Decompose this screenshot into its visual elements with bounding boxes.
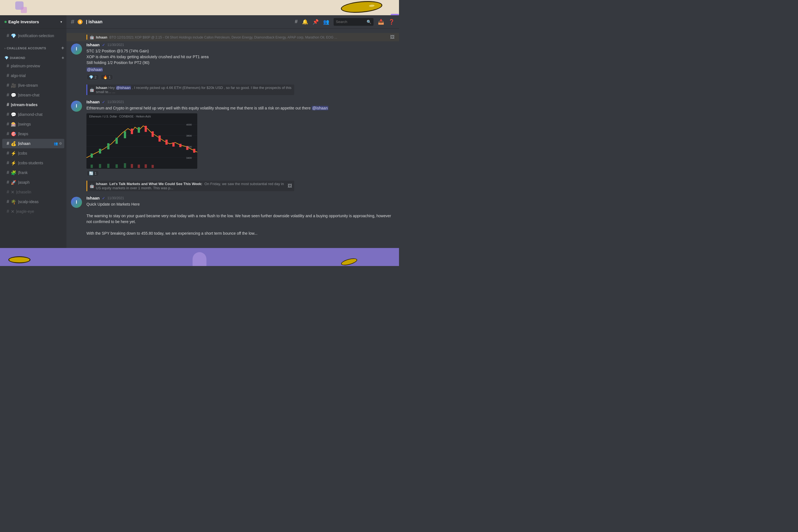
message-author: Ishaan — [87, 42, 100, 47]
reactions: 💎 2 🔥 1 — [87, 74, 395, 80]
puzzle-emoji: 🧩 — [11, 170, 16, 175]
hash-icon: # — [7, 151, 9, 156]
sidebar-item-stream-trades[interactable]: # |stream-trades — [2, 100, 64, 110]
user-avatar: I — [71, 43, 82, 55]
sidebar-item-live-stream[interactable]: # 🎥 |live-stream — [2, 81, 64, 90]
lightning-emoji: ⚡ — [11, 151, 16, 156]
chevron-down-icon: ▾ — [60, 20, 62, 24]
svg-rect-12 — [145, 126, 147, 132]
channel-name: |eagle-eye — [16, 209, 62, 214]
sidebar-item-leaps[interactable]: # 🎯 |leaps — [2, 129, 64, 138]
hash-icon: # — [7, 141, 9, 146]
settings-icon[interactable]: ⚙ — [59, 141, 62, 146]
embed-preview-text: Ishaan Hey @ishaan , I recently picked u… — [96, 86, 292, 94]
message-meta-4: Ishaan ✓ 11/30/2021 — [87, 196, 395, 200]
sidebar-item-platinum-preview[interactable]: # platinum-preview — [2, 61, 64, 71]
top-banner — [0, 0, 399, 15]
help-icon[interactable]: ❓ — [388, 19, 395, 25]
header-actions: # 🔔 📌 👥 🔍 📥 ❓ — [295, 18, 395, 26]
svg-rect-5 — [91, 153, 93, 158]
svg-text:Ethereum / U.S. Dollar · COINB: Ethereum / U.S. Dollar · COINBASE · Heik… — [89, 115, 151, 118]
reaction-count: 2 — [94, 75, 96, 79]
embed-preview-text-2: Ishaan Let's Talk Markets and What We Co… — [96, 182, 286, 190]
message-text-3: Ethtereum and Crypto in general held up … — [87, 105, 395, 111]
channel-name: |asaph — [18, 180, 62, 185]
online-indicator — [4, 21, 7, 23]
svg-rect-13 — [152, 131, 154, 137]
channel-actions: 👥 ⚙ — [54, 141, 62, 146]
sidebar-item-stream-chat[interactable]: # 💬 |stream-chat — [2, 90, 64, 100]
message-timestamp-4: 11/30/2021 — [108, 196, 124, 200]
reaction-emoji: 🔥 — [103, 75, 108, 79]
hash-icon: # — [7, 63, 9, 69]
reaction-fire[interactable]: 🔥 1 — [100, 74, 113, 80]
hash-icon: # — [7, 73, 9, 78]
svg-rect-22 — [107, 164, 110, 168]
sidebar-item-diamond-chat[interactable]: # 💬 |diamond-chat — [2, 110, 64, 119]
sidebar-item-cobs-students[interactable]: # ⚡ |cobs-students — [2, 158, 64, 168]
members-icon[interactable]: 👥 — [323, 19, 329, 25]
sidebar-item-asaph[interactable]: # 🚀 |asaph — [2, 177, 64, 187]
svg-rect-20 — [91, 165, 93, 168]
message-timestamp: 11/30/2021 — [108, 43, 124, 47]
notifications-icon[interactable]: 🔔 — [302, 19, 308, 25]
message-content: Ishaan ✓ 11/30/2021 STC 1/2 Position @3.… — [87, 42, 395, 80]
hash-icon: # — [7, 170, 9, 175]
inbox-icon[interactable]: 📥 — [378, 19, 384, 25]
sidebar-item-chaselin[interactable]: # ✕ |chaselin — [2, 187, 64, 197]
section-challenge-accounts[interactable]: › CHALLENGE ACCOUNTS + — [0, 41, 66, 52]
reaction-emoji: 🔄 — [89, 171, 93, 175]
palm-emoji: 🌴 — [11, 199, 16, 205]
decorative-coin-right-2 — [340, 257, 358, 266]
sidebar-item-eagle-eye[interactable]: # ✕ |eagle-eye — [2, 207, 64, 216]
reaction-diamond[interactable]: 💎 2 — [87, 74, 99, 80]
server-name: Eagle Investors — [4, 19, 39, 24]
hash-icon: # — [7, 112, 9, 117]
pinned-icon[interactable]: 📌 — [312, 19, 319, 25]
sidebar-item-cobs[interactable]: # ⚡ |cobs — [2, 149, 64, 158]
reaction-count: 1 — [94, 171, 96, 175]
sub-section-diamond: 💎 DIAMOND + — [0, 52, 66, 61]
sidebar-item-swings[interactable]: # 🎰 |swings — [2, 119, 64, 129]
search-box[interactable]: 🔍 — [334, 18, 374, 26]
sidebar-item-ishaan[interactable]: # 💰 |ishaan 👥 ⚙ — [2, 139, 64, 148]
sub-section-add-button[interactable]: + — [61, 55, 64, 60]
message-group-4: 🤖 Ishaan Let's Talk Markets and What We … — [66, 177, 399, 194]
image-expand-icon[interactable]: 🖼 — [390, 35, 395, 40]
server-header[interactable]: Eagle Investors ▾ — [0, 15, 66, 28]
avatar-image-3: I — [71, 197, 82, 208]
svg-text:4000: 4000 — [186, 123, 192, 126]
members-icon[interactable]: 👥 — [54, 141, 58, 146]
threads-icon[interactable]: # — [295, 19, 298, 25]
channel-name: |live-stream — [18, 83, 62, 88]
hash-icon: # — [7, 122, 9, 127]
bot-icon: 🤖 — [90, 35, 94, 39]
svg-text:3400: 3400 — [186, 156, 192, 159]
reactions-3: 🔄 1 — [87, 170, 395, 176]
sidebar-item-frank[interactable]: # 🧩 |frank — [2, 168, 64, 177]
svg-rect-26 — [138, 165, 140, 168]
message-group-4b: I Ishaan ✓ 11/30/2021 Quick Update on Ma… — [66, 194, 399, 238]
search-icon: 🔍 — [366, 20, 371, 24]
hash-icon: # — [7, 83, 9, 88]
sidebar-item-scalp-ideas[interactable]: # 🌴 |scalp-ideas — [2, 197, 64, 206]
reaction-refresh[interactable]: 🔄 1 — [87, 170, 99, 176]
verified-badge-4: ✓ — [102, 196, 105, 200]
sidebar-item-notification-selection[interactable]: # 💎 |notification-selection — [2, 31, 64, 40]
svg-rect-16 — [172, 142, 174, 147]
channel-name: |notification-selection — [18, 34, 62, 38]
message-group-1: 🤖 Ishaan BTO 12/31/2021 XOP $90P @ 2.15 … — [66, 33, 399, 41]
channel-name: |cobs-students — [18, 161, 62, 165]
svg-rect-19 — [193, 149, 195, 153]
main-content: # $ | ishaan # 🔔 📌 👥 🔍 📥 ❓ — [66, 15, 399, 248]
hash-icon: # — [7, 160, 9, 166]
message-text: STC 1/2 Position @3.75 (74% Gain) XOP is… — [87, 48, 395, 66]
channel-name: |scalp-ideas — [18, 200, 62, 204]
svg-rect-28 — [152, 165, 154, 168]
image-expand-icon-2[interactable]: 🖼 — [288, 184, 292, 188]
svg-rect-15 — [166, 140, 168, 145]
svg-rect-14 — [158, 135, 161, 141]
section-add-button[interactable]: + — [61, 45, 64, 51]
sidebar-item-algo-trial[interactable]: # algo-trial — [2, 71, 64, 80]
search-input[interactable] — [336, 20, 365, 24]
